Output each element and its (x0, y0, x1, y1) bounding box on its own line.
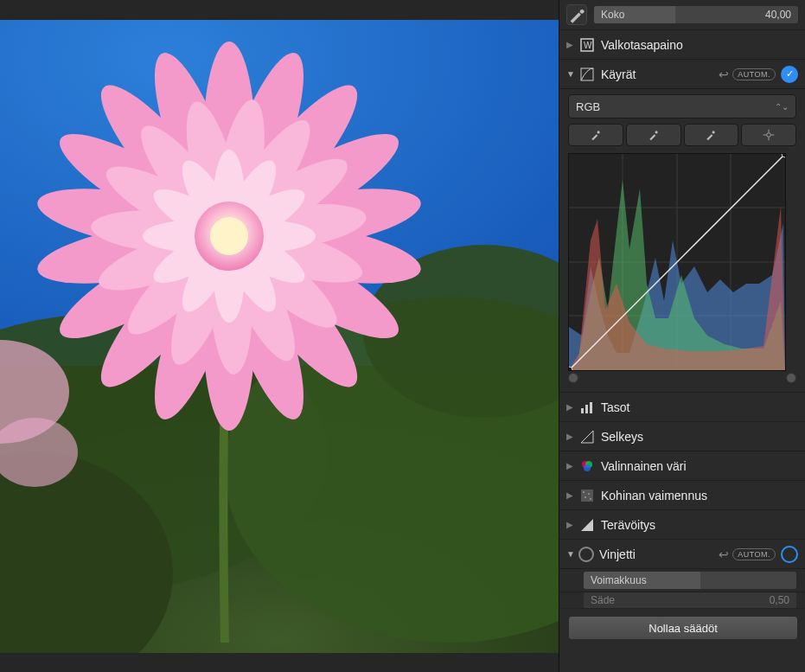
definition-label: Selkeys (601, 430, 798, 444)
channel-value: RGB (576, 100, 600, 113)
svg-rect-78 (590, 402, 592, 413)
vignette-radius-label: Säde (591, 594, 615, 606)
noise-reduction-icon (578, 487, 596, 504)
section-sharpen[interactable]: ▶ Terävöitys (559, 510, 805, 540)
sharpen-label: Terävöitys (601, 518, 798, 532)
retouch-brush-icon[interactable] (566, 4, 587, 25)
vignette-radius-row: Säde 0,50 (559, 592, 805, 609)
section-white-balance[interactable]: ▶ W Valkotasapaino (559, 30, 805, 60)
chevron-right-icon: ▶ (566, 461, 575, 470)
chevron-right-icon: ▶ (566, 490, 575, 500)
svg-rect-82 (581, 490, 593, 502)
chevron-right-icon: ▶ (566, 402, 575, 412)
svg-text:W: W (584, 41, 592, 50)
section-levels[interactable]: ▶ Tasot (559, 393, 805, 422)
section-noise-reduction[interactable]: ▶ Kohinan vaimennus (559, 481, 805, 510)
chevron-up-down-icon: ⌃⌄ (775, 102, 789, 112)
svg-rect-76 (581, 408, 584, 413)
svg-point-54 (210, 217, 248, 255)
image-preview[interactable] (0, 0, 559, 672)
svg-point-62 (767, 133, 771, 138)
svg-point-83 (583, 491, 585, 493)
chevron-right-icon: ▶ (566, 520, 575, 529)
app-frame: Koko 40,00 ▶ W Valkotasapaino ▼ Käyrät ↩… (0, 0, 805, 672)
white-balance-icon: W (578, 36, 596, 54)
section-definition[interactable]: ▶ Selkeys (559, 422, 805, 451)
svg-point-60 (655, 131, 657, 133)
svg-point-59 (597, 131, 599, 133)
vignette-label: Vinjetti (599, 547, 719, 561)
size-slider[interactable]: Koko 40,00 (594, 6, 798, 23)
chevron-right-icon: ▶ (566, 40, 575, 49)
vignette-intensity-label: Voimakkuus (591, 574, 647, 586)
svg-point-85 (585, 496, 586, 498)
eyedropper-white-button[interactable] (684, 124, 739, 146)
eyedropper-black-button[interactable] (568, 124, 623, 146)
auto-button-curves[interactable]: AUTOM. (732, 68, 776, 80)
channel-select[interactable]: RGB ⌃⌄ (568, 94, 796, 118)
curves-body: RGB ⌃⌄ (559, 89, 805, 393)
histogram-handles (568, 373, 796, 383)
preview-canvas (0, 20, 559, 653)
curves-tools (568, 124, 796, 146)
svg-point-84 (588, 493, 590, 495)
svg-point-55 (580, 10, 585, 14)
svg-point-81 (584, 464, 591, 471)
vignette-intensity-slider[interactable]: Voimakkuus (584, 572, 796, 589)
eyedropper-gray-button[interactable] (626, 124, 681, 146)
white-point-handle[interactable] (786, 373, 796, 383)
svg-rect-77 (585, 405, 588, 413)
chevron-down-icon: ▼ (566, 549, 575, 559)
undo-icon[interactable]: ↩ (719, 547, 729, 561)
curves-icon (578, 66, 596, 83)
levels-icon (578, 399, 596, 416)
size-row: Koko 40,00 (559, 0, 805, 30)
reset-label: Nollaa säädöt (648, 622, 718, 635)
section-selective-color[interactable]: ▶ Valinnainen väri (559, 451, 805, 481)
size-label: Koko (601, 9, 624, 21)
vignette-radius-slider[interactable]: Säde 0,50 (584, 592, 796, 609)
selective-color-label: Valinnainen väri (601, 459, 798, 473)
levels-label: Tasot (601, 400, 798, 414)
section-curves[interactable]: ▼ Käyrät ↩ AUTOM. ✓ (559, 60, 805, 89)
definition-icon (578, 428, 596, 445)
curves-histogram[interactable] (568, 153, 786, 371)
chevron-down-icon: ▼ (566, 69, 575, 79)
svg-rect-58 (581, 68, 593, 80)
vignette-radius-value: 0,50 (770, 594, 789, 606)
size-value: 40,00 (765, 9, 791, 21)
adjustments-sidebar: Koko 40,00 ▶ W Valkotasapaino ▼ Käyrät ↩… (559, 0, 805, 672)
white-balance-label: Valkotasapaino (601, 38, 798, 52)
add-point-button[interactable] (741, 124, 796, 146)
section-vignette[interactable]: ▼ Vinjetti ↩ AUTOM. ✓ (559, 540, 805, 569)
svg-point-61 (712, 131, 715, 133)
selective-color-icon (578, 458, 596, 475)
auto-button-vignette[interactable]: AUTOM. (732, 548, 776, 560)
vignette-intensity-row: Voimakkuus (559, 569, 805, 592)
curves-label: Käyrät (601, 67, 719, 81)
black-point-handle[interactable] (568, 373, 578, 383)
undo-icon[interactable]: ↩ (719, 67, 729, 81)
vignette-enabled-toggle[interactable]: ✓ (781, 546, 798, 563)
chevron-right-icon: ▶ (566, 432, 575, 441)
reset-adjustments-button[interactable]: Nollaa säädöt (568, 616, 798, 640)
noise-reduction-label: Kohinan vaimennus (601, 489, 798, 502)
sharpen-icon (578, 516, 596, 534)
vignette-icon (578, 547, 594, 562)
svg-point-86 (590, 498, 591, 500)
footer: Nollaa säädöt (559, 609, 805, 647)
curves-enabled-toggle[interactable]: ✓ (781, 66, 798, 83)
